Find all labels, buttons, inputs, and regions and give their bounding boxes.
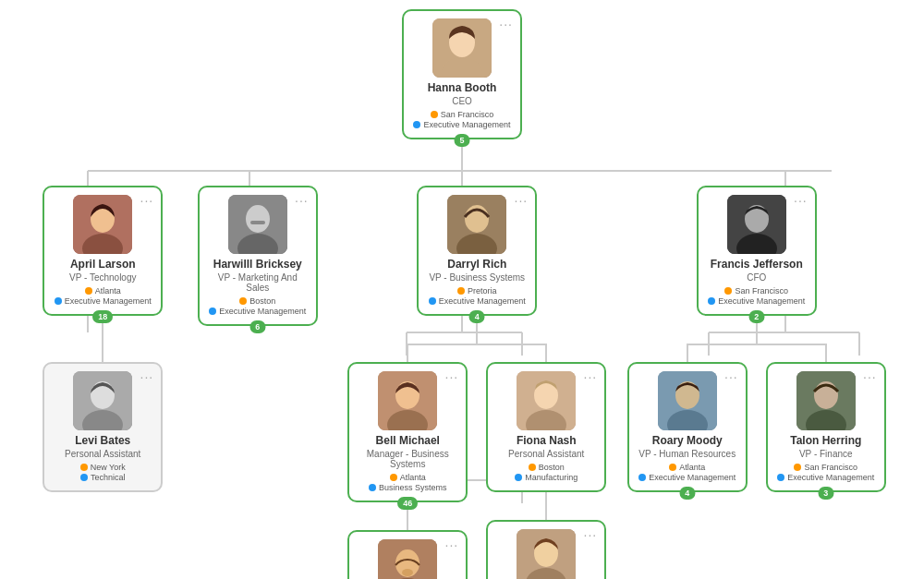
dot-dept-fiona [515, 474, 522, 481]
role-talon: VP - Finance [777, 449, 875, 459]
col-francis: ··· Francis Jefferson CFO San Francisco [627, 186, 886, 492]
more-dots-bell[interactable]: ··· [445, 369, 459, 384]
h-connector-darryl [407, 344, 546, 345]
col-darryl: ··· Darryl Rich VP - Business Systems Pr… [347, 186, 606, 579]
dot-dept-harwill [209, 308, 216, 315]
conn-fiona-top [545, 344, 547, 362]
avatar-hanna [432, 18, 492, 78]
svg-point-42 [402, 569, 413, 576]
node-bell[interactable]: ··· Bell Michael Manager - Business Syst… [347, 362, 468, 502]
dot-location-fiona [529, 464, 536, 471]
dot-location-harwill [239, 297, 247, 305]
node-roary[interactable]: ··· Roary Moody VP - Human Resources [627, 362, 748, 492]
role-fiona: Personal Assistant [497, 449, 595, 459]
meta-dept-bell: Business Systems [359, 483, 456, 492]
meta-location-francis: San Francisco [708, 286, 806, 296]
badge-april: 18 [92, 310, 113, 323]
dot-location-bell [390, 474, 397, 481]
conn-talon-top [825, 344, 827, 362]
role-francis: CFO [708, 272, 806, 283]
name-harwill: Harwilll Bricksey [209, 258, 307, 271]
meta-location-bell: Atlanta [359, 473, 456, 482]
meta-location-fiona: Boston [497, 463, 595, 472]
name-roary: Roary Moody [638, 434, 736, 447]
avatar-april [73, 195, 132, 254]
more-dots-darryl[interactable]: ··· [515, 193, 529, 208]
svg-point-30 [246, 205, 270, 233]
more-dots-levi[interactable]: ··· [140, 369, 154, 384]
more-dots-roary[interactable]: ··· [724, 369, 738, 384]
meta-location-talon: San Francisco [777, 463, 875, 472]
meta-dept-darryl: Executive Management [428, 296, 526, 306]
meta-dept-roary: Executive Management [638, 473, 736, 482]
dot-dept-talon [777, 474, 784, 481]
node-talon[interactable]: ··· Talon Herring VP - Finance [766, 362, 886, 492]
org-chart: ··· Hanna Booth CEO San Francisco Execut… [9, 0, 915, 579]
role-harwill: VP - Marketing And Sales [209, 272, 307, 293]
col-harwill: ··· Harwilll Bricksey VP - Marketing And… [188, 186, 327, 326]
meta-location-hanna: San Francisco [413, 110, 511, 119]
col-april: ··· April Larson VP - Technology Atlanta [38, 186, 167, 492]
meta-dept-levi: Technical [54, 473, 152, 482]
more-dots-talon[interactable]: ··· [863, 369, 877, 384]
name-fiona: Fiona Nash [497, 434, 595, 447]
node-levi[interactable]: ··· Levi Bates Personal Assistant New Yo… [43, 362, 163, 492]
node-darryl[interactable]: ··· Darryl Rich VP - Business Systems Pr… [417, 186, 537, 316]
dot-dept-francis [708, 297, 715, 305]
node-zenaida[interactable]: ··· Zenaida Cervantes Manager - Business… [486, 520, 606, 579]
role-bell: Manager - Business Systems [359, 449, 456, 469]
dot-dept-darryl [429, 297, 436, 305]
avatar-fiona [517, 371, 576, 430]
dot-location-april [85, 287, 92, 295]
avatar-roary [658, 371, 717, 430]
badge-darryl: 4 [469, 310, 485, 323]
more-dots-harwill[interactable]: ··· [295, 193, 309, 208]
more-dots-zenaida[interactable]: ··· [584, 527, 598, 542]
more-dots-april[interactable]: ··· [140, 193, 154, 208]
name-francis: Francis Jefferson [708, 258, 806, 271]
node-fiona[interactable]: ··· Fiona Nash Personal Assistant [486, 362, 606, 492]
dot-dept-hanna [413, 121, 420, 128]
dot-location-talon [794, 464, 801, 471]
more-dots-fiona[interactable]: ··· [584, 369, 598, 384]
meta-dept-talon: Executive Management [777, 473, 875, 482]
col-roary: ··· Roary Moody VP - Human Resources [627, 344, 748, 492]
meta-dept-fiona: Manufacturing [497, 473, 595, 482]
conn-roary-top [687, 344, 688, 362]
avatar-levi [73, 371, 132, 430]
badge-hanna: 5 [454, 134, 469, 147]
role-levi: Personal Assistant [54, 449, 152, 459]
node-francis[interactable]: ··· Francis Jefferson CFO San Francisco [697, 186, 817, 316]
node-harwill[interactable]: ··· Harwilll Bricksey VP - Marketing And… [198, 186, 318, 326]
more-dots-oleg[interactable]: ··· [445, 537, 459, 552]
dot-dept-bell [369, 484, 376, 491]
meta-location-april: Atlanta [54, 286, 152, 296]
meta-location-harwill: Boston [209, 296, 307, 306]
name-hanna: Hanna Booth [413, 81, 511, 94]
conn-bell-top [407, 344, 408, 362]
badge-roary: 4 [679, 487, 695, 500]
badge-harwill: 6 [249, 320, 265, 333]
meta-dept-francis: Executive Management [708, 296, 806, 306]
meta-location-roary: Atlanta [638, 463, 736, 472]
role-roary: VP - Human Resources [638, 449, 736, 459]
node-hanna[interactable]: ··· Hanna Booth CEO San Francisco Execut… [402, 9, 522, 139]
more-dots-hanna[interactable]: ··· [499, 17, 513, 31]
more-dots-francis[interactable]: ··· [794, 193, 808, 208]
dot-location-levi [80, 464, 88, 471]
badge-francis: 2 [748, 310, 764, 323]
dot-location-francis [724, 287, 732, 295]
name-talon: Talon Herring [777, 434, 875, 447]
svg-rect-32 [250, 221, 265, 224]
meta-location-darryl: Pretoria [428, 286, 526, 296]
col-talon: ··· Talon Herring VP - Finance [766, 344, 886, 492]
dot-location-roary [669, 464, 676, 471]
avatar-francis [727, 195, 786, 254]
dot-dept-levi [80, 474, 88, 481]
avatar-zenaida [517, 529, 576, 579]
node-april[interactable]: ··· April Larson VP - Technology Atlanta [43, 186, 163, 316]
name-levi: Levi Bates [54, 434, 152, 447]
node-oleg[interactable]: ··· Oleg Joseph Manager - Business [347, 530, 468, 579]
dot-dept-april [55, 297, 62, 305]
avatar-bell [378, 371, 437, 430]
